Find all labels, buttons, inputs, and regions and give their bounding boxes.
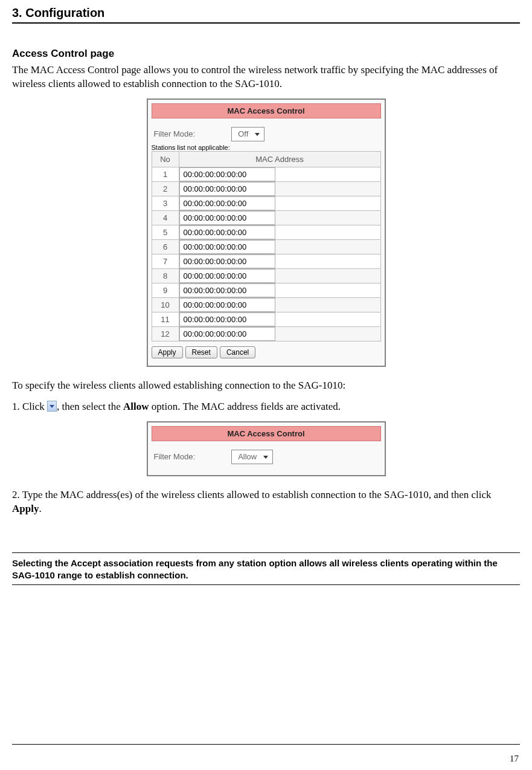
row-no: 12 xyxy=(152,326,179,341)
panel-header: MAC Access Control xyxy=(152,103,381,118)
dropdown-arrow-icon xyxy=(47,401,57,412)
para-specify: To specify the wireless clients allowed … xyxy=(12,379,520,393)
note-text: Selecting the Accept association request… xyxy=(12,554,520,585)
stations-note: Stations list not applicable: xyxy=(152,144,381,151)
table-row: 2 xyxy=(152,181,380,196)
chevron-down-icon xyxy=(261,453,270,461)
row-no: 7 xyxy=(152,254,179,268)
step2-pre: 2. Type the MAC address(es) of the wirel… xyxy=(12,489,492,500)
mac-input[interactable] xyxy=(179,254,275,268)
table-row: 5 xyxy=(152,225,380,239)
filter-mode-select[interactable]: Allow xyxy=(231,450,273,464)
filter-mode-row: Filter Mode: Allow xyxy=(152,450,381,464)
row-no: 3 xyxy=(152,196,179,210)
cancel-button[interactable]: Cancel xyxy=(220,346,255,358)
mac-address-table: No MAC Address 1 2 3 4 5 6 7 8 9 10 11 1… xyxy=(152,151,381,341)
mac-input[interactable] xyxy=(179,240,275,254)
table-row: 1 xyxy=(152,167,380,181)
mac-input[interactable] xyxy=(179,211,275,225)
filter-mode-label: Filter Mode: xyxy=(154,129,196,138)
row-no: 5 xyxy=(152,225,179,239)
col-no: No xyxy=(152,151,179,167)
section-intro: The MAC Access Control page allows you t… xyxy=(12,63,520,91)
step1-mid: , then select the xyxy=(57,401,123,412)
step1-pre: 1. Click xyxy=(12,401,47,412)
table-row: 12 xyxy=(152,326,380,341)
panel-header: MAC Access Control xyxy=(152,426,381,441)
mac-input[interactable] xyxy=(179,312,275,326)
filter-mode-value: Off xyxy=(238,129,248,138)
table-row: 7 xyxy=(152,254,380,268)
table-row: 11 xyxy=(152,312,380,326)
chevron-down-icon xyxy=(253,130,261,138)
mac-input[interactable] xyxy=(179,225,275,239)
table-row: 10 xyxy=(152,297,380,312)
note-block: Selecting the Accept association request… xyxy=(12,552,520,586)
row-no: 6 xyxy=(152,239,179,254)
table-row: 3 xyxy=(152,196,380,210)
step1-post: option. The MAC address fields are activ… xyxy=(149,401,341,412)
step2-post: . xyxy=(39,503,41,514)
mac-input[interactable] xyxy=(179,298,275,312)
table-row: 6 xyxy=(152,239,380,254)
step2-strong: Apply xyxy=(12,503,39,514)
reset-button[interactable]: Reset xyxy=(185,346,217,358)
table-row: 9 xyxy=(152,283,380,297)
col-mac: MAC Address xyxy=(179,151,380,167)
section-title: Access Control page xyxy=(12,48,520,60)
mac-input[interactable] xyxy=(179,327,275,341)
row-no: 9 xyxy=(152,283,179,297)
para-step1: 1. Click , then select the Allow option.… xyxy=(12,400,520,414)
table-row: 8 xyxy=(152,268,380,283)
row-no: 2 xyxy=(152,181,179,196)
filter-mode-row: Filter Mode: Off xyxy=(152,127,381,141)
row-no: 10 xyxy=(152,297,179,312)
filter-mode-label: Filter Mode: xyxy=(154,452,196,461)
row-no: 8 xyxy=(152,268,179,283)
table-row: 4 xyxy=(152,210,380,225)
filter-mode-value: Allow xyxy=(238,452,257,461)
page-number: 17 xyxy=(510,754,519,764)
row-no: 1 xyxy=(152,167,179,181)
chapter-title: 3. Configuration xyxy=(12,6,520,24)
mac-input[interactable] xyxy=(179,269,275,283)
step1-strong: Allow xyxy=(123,401,149,412)
mac-input[interactable] xyxy=(179,196,275,210)
mac-access-control-panel: MAC Access Control Filter Mode: Off Stat… xyxy=(147,99,386,367)
footer-rule xyxy=(12,744,520,745)
mac-input[interactable] xyxy=(179,167,275,181)
mac-input[interactable] xyxy=(179,283,275,297)
mac-input[interactable] xyxy=(179,182,275,196)
row-no: 4 xyxy=(152,210,179,225)
para-step2: 2. Type the MAC address(es) of the wirel… xyxy=(12,488,520,516)
filter-mode-select[interactable]: Off xyxy=(231,127,264,141)
mac-access-control-panel-allow: MAC Access Control Filter Mode: Allow xyxy=(147,421,386,476)
row-no: 11 xyxy=(152,312,179,326)
apply-button[interactable]: Apply xyxy=(152,346,183,358)
